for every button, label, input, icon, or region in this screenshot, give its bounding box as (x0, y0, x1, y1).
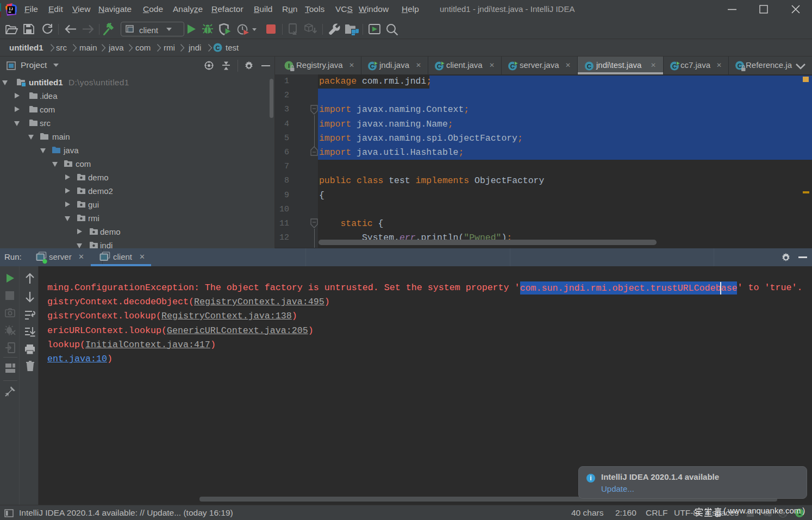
svg-text:C: C (738, 62, 742, 69)
svg-text:C: C (437, 63, 441, 70)
svg-text:C: C (672, 63, 677, 70)
svg-text:C: C (370, 63, 374, 70)
svg-text:IJ: IJ (9, 8, 13, 11)
svg-text:C: C (216, 45, 220, 51)
svg-text:C: C (587, 63, 591, 70)
svg-text:I: I (288, 62, 290, 69)
svg-text:C: C (510, 63, 515, 70)
